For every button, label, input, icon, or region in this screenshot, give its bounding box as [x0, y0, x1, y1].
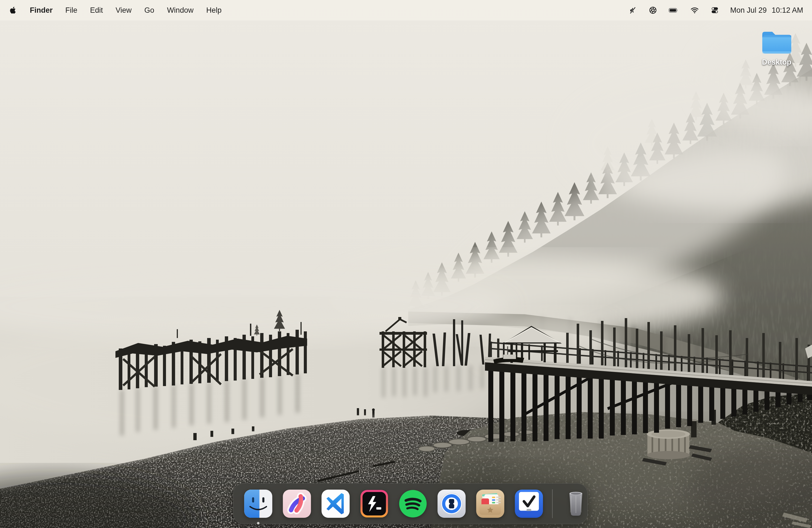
dock-item-card-file-box[interactable] [476, 489, 505, 518]
dock-item-1password[interactable] [437, 489, 466, 518]
menu-bar-clock[interactable]: Mon Jul 29 10:12 AM [730, 6, 803, 15]
dock-item-spotify[interactable] [398, 489, 427, 518]
clock-time: 10:12 AM [772, 6, 803, 15]
dock-item-trash[interactable] [561, 489, 591, 518]
volume-muted-icon[interactable] [628, 6, 637, 15]
dock-item-finder[interactable] [244, 489, 273, 518]
macos-desktop: Finder File Edit View Go Window Help [0, 0, 812, 528]
clock-date: Mon Jul 29 [730, 6, 767, 15]
dock [233, 483, 588, 524]
folder-label: Desktop [762, 58, 792, 67]
shutter-aperture-icon[interactable] [649, 6, 657, 15]
battery-icon[interactable] [668, 6, 679, 15]
wifi-icon[interactable] [690, 6, 699, 15]
menu-view[interactable]: View [116, 6, 132, 15]
dock-separator [552, 489, 553, 518]
menu-window[interactable]: Window [167, 6, 193, 15]
menu-bar: Finder File Edit View Go Window Help [0, 0, 812, 20]
menu-help[interactable]: Help [206, 6, 222, 15]
folder-icon [759, 28, 794, 56]
dock-item-things[interactable] [514, 489, 543, 518]
menu-edit[interactable]: Edit [90, 6, 103, 15]
menu-go[interactable]: Go [144, 6, 155, 15]
control-center-icon[interactable] [710, 6, 719, 15]
menu-file[interactable]: File [66, 6, 77, 15]
desktop-wallpaper [0, 0, 812, 528]
active-app-menu[interactable]: Finder [30, 6, 53, 15]
dock-item-vscode[interactable] [321, 489, 350, 518]
apple-menu-icon[interactable] [9, 6, 17, 14]
desktop-folder-icon[interactable]: Desktop [757, 28, 796, 67]
running-indicator [257, 522, 260, 524]
dock-item-warp-terminal[interactable] [360, 489, 389, 518]
dock-item-arc-browser[interactable] [282, 489, 311, 518]
